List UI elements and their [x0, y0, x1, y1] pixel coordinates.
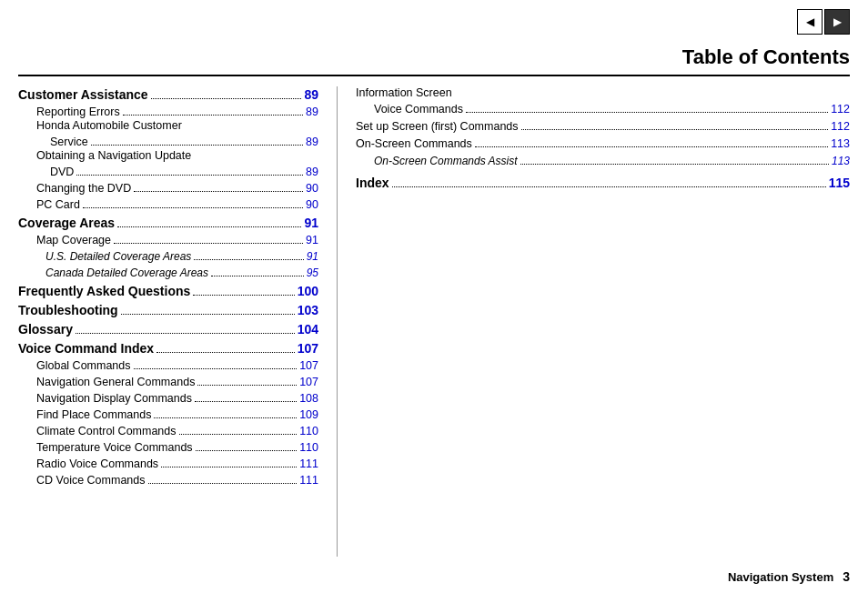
toc-sub-indent-entry: Service 89: [18, 133, 318, 148]
dots: [83, 196, 303, 208]
section-faq: Frequently Asked Questions 100: [18, 283, 318, 298]
footer: Navigation System 3: [18, 569, 850, 584]
dots: [134, 357, 298, 369]
top-navigation: ◀ ▶: [797, 9, 850, 35]
page-number: 89: [304, 87, 318, 102]
dots: [134, 179, 303, 192]
toc-italic-entry: Canada Detailed Coverage Areas 95: [18, 264, 318, 279]
entry-label: Find Place Commands: [36, 408, 151, 421]
entry-label: Navigation Display Commands: [36, 392, 192, 405]
column-divider: [337, 86, 338, 557]
entry-label: Voice Command Index: [18, 341, 154, 356]
entry-label: PC Card: [36, 198, 80, 211]
dots: [151, 86, 302, 99]
toc-main-entry: Frequently Asked Questions 100: [18, 283, 318, 298]
dots: [117, 215, 301, 227]
toc-main-entry: Glossary 104: [18, 321, 318, 337]
toc-main-entry: Voice Command Index 107: [18, 340, 318, 356]
toc-sub-entry: CD Voice Commands 111: [18, 471, 318, 487]
page-number: 115: [829, 176, 850, 190]
dots: [466, 100, 828, 113]
toc-main-entry: Troubleshooting 103: [18, 302, 318, 317]
entry-label: Frequently Asked Questions: [18, 284, 190, 298]
toc-entry: On-Screen Commands 113: [356, 135, 850, 150]
entry-label: DVD: [50, 166, 74, 178]
section-glossary: Glossary 104: [18, 321, 318, 337]
dots: [121, 302, 295, 315]
main-content: Customer Assistance 89 Reporting Errors …: [18, 86, 850, 557]
dots: [91, 133, 303, 146]
dots: [194, 247, 303, 260]
toc-sub-entry: Voice Commands 112: [356, 100, 850, 116]
page-number: 89: [306, 106, 318, 118]
entry-label: Honda Automobile Customer: [36, 119, 182, 132]
page-number: 113: [831, 137, 850, 150]
entry-label: Coverage Areas: [18, 216, 115, 230]
dots: [475, 135, 828, 147]
page-number: 107: [298, 341, 318, 356]
dots: [114, 231, 303, 244]
page-number: 89: [306, 166, 318, 178]
toc-italic-entry: On-Screen Commands Assist 113: [356, 152, 850, 167]
toc-sub-entry: Navigation General Commands 107: [18, 373, 318, 388]
header-divider: [18, 75, 850, 76]
toc-main-entry: Customer Assistance 89: [18, 86, 318, 102]
page-number: 112: [831, 120, 850, 133]
toc-sub-entry: Navigation Display Commands 108: [18, 389, 318, 405]
entry-label: CD Voice Commands: [36, 474, 146, 487]
entry-label: Voice Commands: [374, 103, 463, 116]
dots: [161, 455, 297, 467]
entry-label: Troubleshooting: [18, 303, 118, 317]
entry-label: U.S. Detailed Coverage Areas: [45, 250, 191, 263]
next-button[interactable]: ▶: [824, 9, 850, 35]
toc-sub-entry: Obtaining a Navigation Update: [18, 149, 318, 162]
dots: [195, 389, 297, 402]
entry-label: Radio Voice Commands: [36, 457, 158, 470]
page-number: 104: [298, 322, 318, 337]
entry-label: On-Screen Commands Assist: [374, 155, 518, 167]
dots: [520, 152, 829, 165]
entry-label: Changing the DVD: [36, 182, 131, 195]
toc-italic-entry: U.S. Detailed Coverage Areas 91: [18, 247, 318, 263]
entry-label: Climate Control Commands: [36, 425, 177, 437]
right-column: Information Screen Voice Commands 112 Se…: [347, 86, 850, 557]
entry-label: Set up Screen (first) Commands: [356, 120, 519, 133]
right-section-header: Information Screen: [356, 86, 850, 99]
footer-page: 3: [843, 569, 850, 584]
page-number: 91: [304, 216, 318, 230]
section-customer-assistance: Customer Assistance 89 Reporting Errors …: [18, 86, 318, 211]
entry-label: Global Commands: [36, 359, 131, 372]
entry-label: Temperature Voice Commands: [36, 441, 193, 454]
entry-label: Reporting Errors: [36, 106, 120, 118]
dots: [197, 373, 297, 386]
dots: [179, 422, 298, 435]
prev-button[interactable]: ◀: [797, 9, 823, 35]
toc-sub-entry: Radio Voice Commands 111: [18, 455, 318, 470]
entry-label: Navigation General Commands: [36, 376, 195, 388]
page-number: 90: [306, 198, 318, 211]
dots: [76, 321, 295, 334]
toc-sub-entry: PC Card 90: [18, 196, 318, 211]
dots: [392, 175, 826, 187]
entry-label: Map Coverage: [36, 234, 111, 246]
toc-sub-entry: Changing the DVD 90: [18, 179, 318, 195]
toc-sub-entry: Temperature Voice Commands 110: [18, 438, 318, 454]
footer-title: Navigation System: [728, 570, 833, 584]
page-number: 100: [298, 284, 318, 298]
dots: [193, 283, 294, 296]
section-index: Index 115: [356, 175, 850, 190]
section-troubleshooting: Troubleshooting 103: [18, 302, 318, 317]
page-number: 107: [299, 359, 318, 372]
entry-label: Service: [50, 136, 88, 148]
page-number: 95: [307, 266, 318, 279]
page-title: Table of Contents: [682, 45, 850, 69]
toc-main-entry: Index 115: [356, 175, 850, 190]
entry-label: Glossary: [18, 322, 73, 337]
page-number: 89: [306, 136, 318, 148]
toc-sub-entry: Global Commands 107: [18, 357, 318, 372]
page-number: 109: [299, 408, 318, 421]
page-number: 91: [306, 234, 318, 246]
section-voice-command-index: Voice Command Index 107 Global Commands …: [18, 340, 318, 487]
dots: [521, 117, 829, 130]
dots: [196, 438, 298, 451]
